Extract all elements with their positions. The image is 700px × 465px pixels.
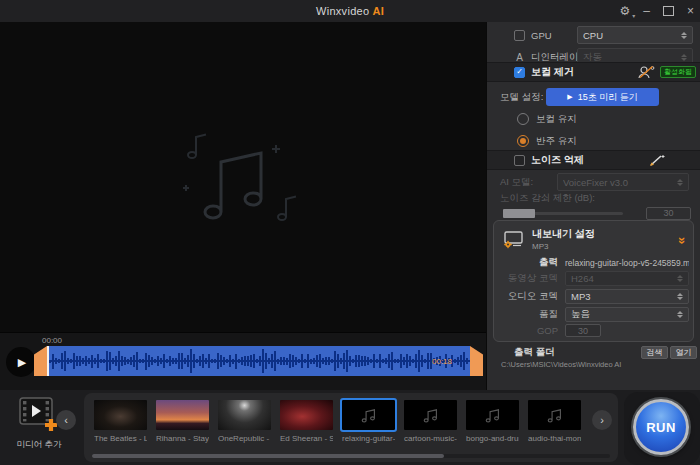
audio-thumbnail-note-icon	[528, 400, 581, 430]
media-item[interactable]: OneRepublic - Co	[218, 400, 271, 443]
noise-limit-slider-row: 30	[487, 207, 700, 219]
play-button[interactable]: ▶	[6, 347, 36, 377]
scroll-left-chevron[interactable]: ‹	[56, 410, 76, 430]
model-setting-label: 모델 설정:	[500, 91, 543, 104]
select-caret-icon	[676, 275, 683, 282]
noise-suppression-section: 노이즈 억제	[487, 150, 700, 170]
output-folder-label: 출력 폴더	[514, 346, 555, 359]
noise-suppression-checkbox[interactable]	[514, 155, 525, 166]
video-thumbnail	[94, 400, 147, 430]
media-item[interactable]: The Beatles - Let	[94, 400, 147, 443]
select-caret-icon	[676, 179, 683, 186]
gop-input: 30	[565, 324, 601, 337]
ai-model-label: AI 모델:	[500, 176, 533, 189]
ai-model-row: AI 모델: VoiceFixer v3.0	[487, 174, 700, 190]
quality-select[interactable]: 높음	[565, 307, 689, 322]
add-media-icon	[18, 395, 60, 433]
ai-model-select: VoiceFixer v3.0	[557, 173, 689, 191]
video-thumbnail	[280, 400, 333, 430]
select-caret-icon	[680, 54, 687, 61]
media-item-label: cartoon-music-81	[404, 434, 457, 443]
keep-vocal-radio[interactable]	[517, 113, 529, 125]
media-item[interactable]: Rihanna - Stay (L	[156, 400, 209, 443]
app-name: Winxvideo	[316, 5, 369, 17]
output-label: 출력	[500, 256, 565, 269]
media-item[interactable]: relaxing-guitar-lo	[342, 400, 395, 443]
app-window: WinxvideoAI ⚙▾ – ×	[0, 0, 700, 465]
media-item[interactable]: bongo-and-drum-	[466, 400, 519, 443]
video-codec-row: 동영상 코덱 H264	[500, 271, 689, 286]
audio-codec-label: 오디오 코덱	[500, 290, 565, 303]
noise-limit-slider	[503, 212, 623, 215]
waveform[interactable]	[49, 346, 470, 376]
output-row: 출력 relaxing-guitar-loop-v5-245859.mp3	[500, 255, 689, 270]
noise-limit-label-row: 노이즈 감쇠 제한 (dB):	[487, 193, 700, 203]
audio-codec-row: 오디오 코덱 MP3	[500, 289, 689, 304]
audio-thumbnail-note-icon	[466, 400, 519, 430]
vocal-remover-checkbox[interactable]: ✓	[514, 67, 525, 78]
noise-suppression-title: 노이즈 억제	[531, 153, 584, 167]
media-item-label: The Beatles - Let	[94, 434, 147, 443]
vocal-status-badge: 활성화됨	[660, 66, 696, 78]
export-monitor-gear-icon	[502, 230, 524, 249]
media-scrollbar[interactable]	[92, 454, 610, 458]
media-item-label: relaxing-guitar-lo	[342, 434, 395, 443]
quality-label: 품질	[500, 308, 565, 321]
vocal-remover-title: 보컬 제거	[531, 65, 574, 79]
media-item-label: bongo-and-drum-	[466, 434, 519, 443]
audio-preview-canvas	[0, 22, 486, 332]
video-thumbnail	[156, 400, 209, 430]
vocal-remover-section: ✓ 보컬 제거 활성화됨	[487, 62, 700, 82]
media-item[interactable]: cartoon-music-81	[404, 400, 457, 443]
open-folder-button[interactable]: 열기	[670, 346, 697, 359]
expand-double-chevron-icon[interactable]: »	[675, 236, 690, 241]
select-caret-icon	[680, 32, 687, 39]
trim-handle-right[interactable]	[470, 346, 483, 376]
media-scrollbar-thumb[interactable]	[92, 454, 444, 458]
browse-button[interactable]: 검색	[641, 346, 668, 359]
time-end: 00:18	[432, 357, 452, 366]
export-format: MP3	[532, 242, 595, 251]
titlebar: WinxvideoAI ⚙▾ – ×	[0, 0, 700, 23]
close-icon[interactable]: ×	[687, 4, 694, 18]
maximize-icon[interactable]	[663, 6, 674, 16]
export-settings-card: 내보내기 설정 MP3 » 출력 relaxing-guitar-loop-v5…	[493, 220, 694, 342]
trim-handle-left[interactable]	[34, 346, 47, 376]
gop-label: GOP	[500, 325, 565, 336]
video-codec-label: 동영상 코덱	[500, 272, 565, 285]
quality-row: 품질 높음	[500, 307, 689, 322]
select-caret-icon	[676, 311, 683, 318]
keep-accompaniment-radio[interactable]	[517, 135, 529, 147]
media-item[interactable]: Ed Sheeran - Sha	[280, 400, 333, 443]
scroll-right-chevron[interactable]: ›	[592, 410, 612, 430]
add-media-label: 미디어 추가	[10, 439, 68, 451]
keep-accompaniment-radio-row[interactable]: 반주 유지	[487, 134, 700, 148]
audio-codec-select[interactable]: MP3	[565, 289, 689, 304]
media-item-label: Ed Sheeran - Sha	[280, 434, 333, 443]
noise-limit-value: 30	[646, 207, 691, 220]
time-start: 00:00	[42, 336, 62, 345]
media-item-label: OneRepublic - Co	[218, 434, 271, 443]
gpu-select[interactable]: CPU	[577, 26, 693, 44]
output-folder-row: 출력 폴더 검색 열기	[487, 346, 700, 359]
keep-vocal-label: 보컬 유지	[536, 113, 577, 126]
run-button[interactable]: RUN	[633, 399, 689, 455]
media-item[interactable]: audio-thai-monk-	[528, 400, 581, 443]
model-setting-row: 모델 설정: ▶ 15초 미리 듣기	[487, 88, 700, 106]
keep-vocal-radio-row[interactable]: 보컬 유지	[487, 112, 700, 126]
app-name-ai: AI	[372, 5, 384, 17]
gpu-checkbox[interactable]	[514, 30, 525, 41]
gpu-row: GPU CPU	[487, 26, 700, 44]
preview-15s-button[interactable]: ▶ 15초 미리 듣기	[546, 88, 659, 106]
minimize-icon[interactable]: –	[643, 6, 650, 16]
settings-gear-icon[interactable]: ⚙▾	[620, 4, 631, 18]
video-thumbnail	[218, 400, 271, 430]
select-caret-icon	[676, 293, 683, 300]
export-settings-title: 내보내기 설정	[532, 227, 595, 241]
audio-thumbnail-note-icon	[404, 400, 457, 430]
export-settings-header[interactable]: 내보내기 설정 MP3 »	[502, 226, 685, 252]
preview-column: ▶ 00:00 00:18	[0, 22, 487, 390]
media-item-label: Rihanna - Stay (L	[156, 434, 209, 443]
keep-accompaniment-label: 반주 유지	[536, 135, 577, 148]
media-item-label: audio-thai-monk-	[528, 434, 581, 443]
